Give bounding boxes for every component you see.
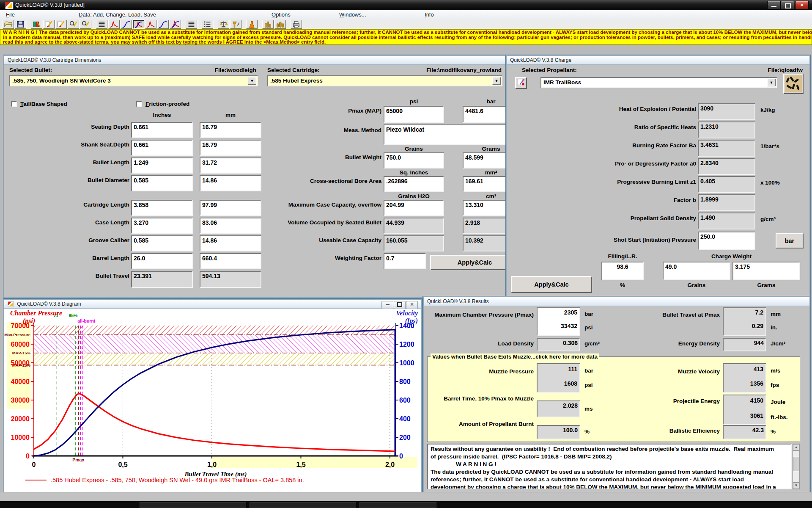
scroll-thumb[interactable] xyxy=(793,457,799,471)
edit-bullet-icon[interactable] xyxy=(43,20,55,29)
charge-weight-grains-field[interactable]: 49.0 xyxy=(663,262,730,280)
scroll-up-icon[interactable]: ▲ xyxy=(793,444,799,451)
close-button[interactable]: × xyxy=(795,1,809,10)
taskbar-button[interactable] xyxy=(359,502,436,508)
numbered-list-icon[interactable] xyxy=(202,20,213,29)
results-travel-mm-unit: mm xyxy=(771,311,781,317)
meas-method-field[interactable]: Piezo Wildcat xyxy=(384,124,519,145)
barrel-length-mm-field[interactable]: 660.4 xyxy=(200,253,261,269)
pressure-diagram-icon[interactable] xyxy=(108,20,120,29)
heat-of-explosion-unit: kJ/kg xyxy=(760,107,775,113)
bullet-diameter-in-field[interactable]: 0.585 xyxy=(131,175,193,191)
search-bullet-icon[interactable] xyxy=(68,20,79,29)
maximize-button[interactable] xyxy=(781,1,794,10)
ballistic-efficiency-label: Ballistic Efficiency xyxy=(669,428,720,434)
svg-text:all-burnt: all-burnt xyxy=(77,318,95,323)
barrel-time-unit: ms xyxy=(584,406,593,412)
results-scrollbar[interactable]: ▲ ▼ xyxy=(793,444,800,489)
save-icon[interactable] xyxy=(15,20,26,29)
case-length-mm-field[interactable]: 83.06 xyxy=(200,218,261,234)
open-file-icon[interactable] xyxy=(3,20,14,29)
scroll-down-icon[interactable]: ▼ xyxy=(793,482,799,489)
bullet-diameter-mm-field[interactable]: 14.86 xyxy=(200,175,261,191)
svg-text:50000: 50000 xyxy=(11,359,30,367)
shank-seat-depth-in-field[interactable]: 0.661 xyxy=(131,140,193,156)
powder-flask-icon[interactable] xyxy=(246,20,258,29)
results-table-icon[interactable] xyxy=(186,20,197,29)
svg-text:1200: 1200 xyxy=(399,341,414,348)
barrel-length-in-field[interactable]: 26.0 xyxy=(131,253,193,269)
bullet-combo-arrow-icon[interactable]: ▼ xyxy=(248,77,256,85)
svg-text:800: 800 xyxy=(399,378,411,385)
solid-density-unit: g/cm³ xyxy=(760,216,776,222)
charge-apply-calc-button[interactable]: Apply&Calc xyxy=(511,276,592,293)
dim-label-shank-seat-depth: Shank Seat.Depth xyxy=(81,141,129,148)
shot-start-unit-button[interactable]: bar xyxy=(776,233,804,248)
groove-caliber-mm-field[interactable]: 14.86 xyxy=(200,235,261,251)
combined-diagram-2-icon[interactable] xyxy=(170,20,181,29)
menu-file[interactable]: File xyxy=(6,11,15,18)
filling-lr-field[interactable]: 98.6 xyxy=(601,262,644,280)
diagram-close-button[interactable]: ✕ xyxy=(406,301,418,309)
cartridge-length-mm-field[interactable]: 97.99 xyxy=(200,200,261,216)
propellant-combo-arrow-icon[interactable]: ▼ xyxy=(767,79,776,86)
solid-density-label: Propellant Solid Density xyxy=(631,215,696,221)
bar-chart-icon[interactable] xyxy=(262,20,274,29)
bullet-combo[interactable]: .585, 750, Woodleigh SN WeldCore 3 ▼ xyxy=(9,75,258,86)
balance-icon[interactable] xyxy=(218,20,229,29)
velocity-diagram-2-icon[interactable] xyxy=(157,20,169,29)
shank-seat-depth-mm-field[interactable]: 16.79 xyxy=(200,140,261,156)
menu-windows[interactable]: Windows... xyxy=(339,11,366,18)
diagram-minimize-button[interactable] xyxy=(381,301,393,309)
results-pmax-bar-unit: bar xyxy=(584,311,593,317)
bore-area-in-field[interactable]: .262896 xyxy=(384,176,444,192)
minimize-button[interactable] xyxy=(767,1,781,10)
results-notes-textarea[interactable]: Results without any guarantee on usabili… xyxy=(427,444,792,489)
bullet-length-mm-field[interactable]: 31.72 xyxy=(200,157,261,174)
menu-data[interactable]: Data: Add, Change, Load, Save xyxy=(79,11,156,18)
menu-info[interactable]: Info xyxy=(425,11,434,18)
friction-proofed-checkbox[interactable] xyxy=(136,101,142,107)
cartridge-combo-arrow-icon[interactable]: ▼ xyxy=(492,77,501,85)
propellant-combo[interactable]: IMR TrailBoss ▼ xyxy=(540,77,777,88)
menu-options[interactable]: Options xyxy=(272,11,291,18)
charge-weight-grams-field[interactable]: 3.175 xyxy=(732,262,800,280)
case-capacity-grains-field[interactable]: 204.99 xyxy=(384,200,444,216)
taskbar[interactable] xyxy=(0,501,812,508)
bullet-travel-mm-display: 594.13 xyxy=(200,271,261,288)
groove-caliber-in-field[interactable]: 0.585 xyxy=(131,235,193,251)
taskbar-button[interactable] xyxy=(140,502,246,508)
combined-diagram-icon[interactable] xyxy=(133,20,144,29)
powder-image-button[interactable] xyxy=(783,74,804,94)
data-table-icon[interactable] xyxy=(96,20,107,29)
bullet-length-in-field[interactable]: 1.249 xyxy=(131,157,193,174)
cartridge-box-icon[interactable] xyxy=(274,20,286,29)
velocity-diagram-icon[interactable] xyxy=(121,20,132,29)
search-cartridge-icon[interactable] xyxy=(80,20,91,29)
case-length-in-field[interactable]: 3.270 xyxy=(131,218,193,234)
powder-transfer-icon[interactable] xyxy=(230,20,241,29)
pressure-diagram-2-icon[interactable] xyxy=(145,20,156,29)
pmax-psi-field[interactable]: 65000 xyxy=(384,106,444,123)
title-bar[interactable]: QuickLOAD© V.3.8 [untitled] × xyxy=(0,0,812,10)
seating-depth-mm-field[interactable]: 16.79 xyxy=(200,122,261,138)
dim-label-seating-depth: Seating Depth xyxy=(91,124,129,130)
print-icon[interactable] xyxy=(291,20,302,29)
bullet-database-icon[interactable] xyxy=(31,20,42,29)
seating-depth-in-field[interactable]: 0.661 xyxy=(131,122,193,138)
cartridge-combo[interactable]: .585 Hubel Express ▼ xyxy=(267,75,502,86)
edit-cartridge-icon[interactable] xyxy=(55,20,67,29)
tail-base-checkbox[interactable] xyxy=(11,101,17,107)
cartridge-length-in-field[interactable]: 3.858 xyxy=(131,200,193,216)
filling-lr-label: Filling/L.R. xyxy=(601,253,644,260)
degressivity-factor-label: Pro- or Degressivity Factor a0 xyxy=(615,160,696,167)
taskbar-button[interactable] xyxy=(250,502,356,508)
muzzle-group-title[interactable]: Values when Bullet Base Exits Muzzle...c… xyxy=(431,353,599,360)
diagram-restore-button[interactable] xyxy=(394,301,406,309)
muzzle-velocity-label: Muzzle Velocity xyxy=(678,368,720,375)
muzzle-pressure-label: Muzzle Pressure xyxy=(489,368,534,375)
shot-start-pressure-field[interactable]: 250.0 xyxy=(698,232,755,250)
weighting-factor-field[interactable]: 0.7 xyxy=(384,253,426,269)
edit-propellant-button[interactable] xyxy=(515,77,527,89)
bullet-weight-grains-field[interactable]: 750.0 xyxy=(384,152,444,168)
